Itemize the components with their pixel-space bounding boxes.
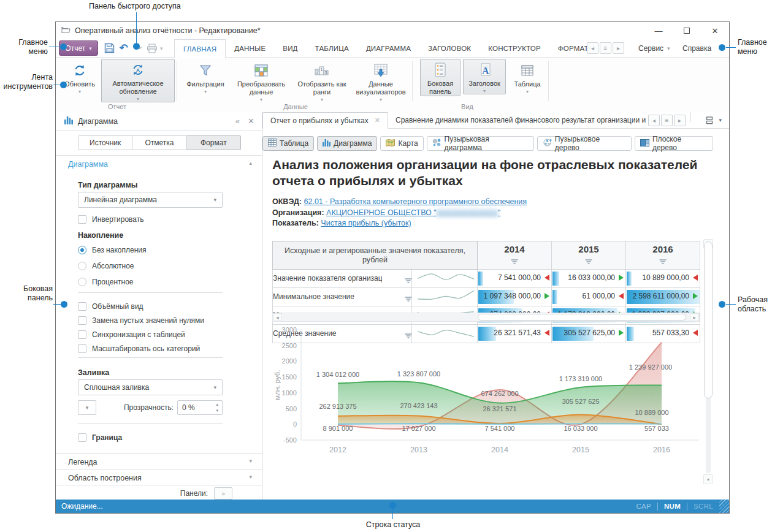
refresh-button[interactable]: Обновить ▾ bbox=[61, 59, 99, 95]
view-button-map-view[interactable]: Карта bbox=[380, 136, 423, 151]
vertical-scrollbar[interactable]: ▴ ▾ bbox=[703, 239, 713, 484]
document-tab-active[interactable]: Отчет о прибылях и убытках ✕ bbox=[262, 112, 388, 129]
chart-type-select[interactable]: Линейная диаграмма ▾ bbox=[78, 192, 223, 208]
view-button-flat-tree[interactable]: Плоское дерево bbox=[635, 136, 713, 151]
view-button-bubble-chart[interactable]: Пузырьковая диаграмма bbox=[427, 136, 534, 151]
fill-color-dropdown[interactable]: ▾ bbox=[78, 400, 96, 415]
visualizer-data-button[interactable]: Данные визуализаторов ▾ bbox=[353, 59, 409, 103]
sidebar-tab-1[interactable]: Источник bbox=[78, 135, 132, 150]
window-layout-button[interactable]: ▾ bbox=[705, 112, 729, 128]
maximize-button[interactable] bbox=[673, 22, 701, 39]
meta-link[interactable]: 62.01 - Разработка компьютерного програм… bbox=[304, 197, 527, 206]
section-chart[interactable]: Диаграмма ▴ bbox=[56, 155, 262, 169]
panels-expand-button[interactable]: » bbox=[214, 487, 232, 500]
transform-data-button[interactable]: Преобразовать данные ▾ bbox=[231, 59, 291, 103]
ribbon-tab-7[interactable]: КОНСТРУКТОР bbox=[480, 39, 549, 58]
ribbon-tab-4[interactable]: ТАБЛИЦА bbox=[307, 39, 357, 58]
meta-line: Организация: АКЦИОНЕРНОЕ ОБЩЕСТВО "ХХХХХ… bbox=[272, 208, 527, 219]
help-menu[interactable]: Справка bbox=[682, 39, 711, 58]
year-column-header[interactable]: 2016 bbox=[626, 241, 700, 270]
document-tab[interactable]: Сравнение динамики показателей финансово… bbox=[388, 112, 646, 128]
side-panel-button[interactable]: Боковая панель bbox=[420, 59, 461, 96]
nav-menu-icon[interactable]: ≡ bbox=[661, 115, 673, 126]
sidebar-tab-2[interactable]: Отметка bbox=[132, 135, 186, 150]
stacking-radio-row[interactable]: Без накопления bbox=[78, 245, 146, 256]
radio-button[interactable] bbox=[78, 246, 86, 254]
spin-down-icon[interactable]: ▾ bbox=[216, 409, 218, 412]
section-legend[interactable]: Легенда ▾ bbox=[56, 453, 262, 466]
year-column-header[interactable]: 2015 bbox=[552, 241, 626, 270]
chevron-down-icon: ▾ bbox=[204, 89, 207, 94]
undo-button[interactable]: ↶ bbox=[117, 41, 131, 55]
close-button[interactable]: ✕ bbox=[701, 22, 729, 39]
radio-button[interactable] bbox=[78, 278, 86, 286]
tab-close-icon[interactable]: ✕ bbox=[375, 116, 380, 124]
section-plot-area[interactable]: Область построения ▾ bbox=[56, 469, 262, 482]
auto-refresh-button[interactable]: A Автоматическое обновление ▾ bbox=[101, 59, 175, 102]
table-row[interactable]: Минимальное значение1 097 348 000,0061 0… bbox=[273, 288, 700, 306]
checkbox[interactable] bbox=[78, 316, 86, 325]
print-button[interactable] bbox=[145, 41, 159, 55]
cell-value: 1 097 348 000,00 bbox=[484, 292, 541, 300]
minimize-button[interactable]: — bbox=[644, 22, 673, 39]
sidebar-tab-3[interactable]: Формат bbox=[187, 135, 241, 150]
filter-button[interactable]: Фильтрация ▾ bbox=[183, 59, 227, 95]
stacking-radio-row[interactable]: Абсолютное bbox=[78, 260, 134, 272]
ribbon: Обновить ▾ A Автоматическое обновление ▾… bbox=[56, 58, 729, 112]
checkbox[interactable] bbox=[78, 344, 86, 353]
spin-up-icon[interactable]: ▴ bbox=[216, 403, 218, 406]
show-as-ranks-button[interactable]: 213 Отобразить как ранги ▾ bbox=[295, 59, 349, 103]
scroll-left-icon[interactable]: ◂ bbox=[273, 313, 282, 321]
year-column-header[interactable]: 2014 bbox=[478, 241, 552, 270]
nav-menu-icon[interactable]: ≡ bbox=[600, 42, 611, 54]
scroll-down-icon[interactable]: ▾ bbox=[703, 474, 713, 484]
border-checkbox-row[interactable]: Граница bbox=[78, 432, 122, 443]
close-panel-icon[interactable]: ✕ bbox=[248, 116, 254, 126]
ribbon-tab-2[interactable]: ДАННЫЕ bbox=[226, 39, 274, 58]
table-row[interactable]: Значение показателя организации7 541 000… bbox=[273, 270, 700, 288]
filter-icon[interactable] bbox=[405, 278, 411, 284]
ribbon-tab-5[interactable]: ДИАГРАММА bbox=[357, 39, 419, 58]
border-checkbox[interactable] bbox=[78, 433, 86, 442]
option-checkbox-row[interactable]: Замена пустых значений нулями bbox=[78, 315, 204, 326]
view-button-chart-view[interactable]: Диаграмма bbox=[317, 136, 377, 151]
filter-icon[interactable] bbox=[586, 259, 592, 265]
collapse-panel-icon[interactable]: « bbox=[235, 116, 240, 126]
scrollbar-thumb[interactable] bbox=[478, 314, 687, 321]
table-button[interactable]: Таблица ▾ bbox=[510, 59, 545, 95]
main-area: Диаграмма « ✕ ИсточникОтметкаФормат Диаг… bbox=[56, 112, 729, 500]
meta-link[interactable]: Чистая прибыль (убыток) bbox=[321, 219, 411, 227]
service-menu[interactable]: Сервис ▾ bbox=[638, 39, 670, 58]
meta-link[interactable]: АКЦИОНЕРНОЕ ОБЩЕСТВО "ХХХХХХХХХХХХ" bbox=[326, 208, 500, 217]
transparency-stepper[interactable]: 0 % ▴ ▾ bbox=[177, 400, 223, 415]
horizontal-scrollbar[interactable]: ◂ ▸ bbox=[272, 313, 700, 322]
filter-icon[interactable] bbox=[511, 259, 518, 265]
filter-icon[interactable] bbox=[405, 297, 411, 302]
svg-text:17 027 000: 17 027 000 bbox=[402, 425, 435, 432]
filter-icon[interactable] bbox=[660, 259, 667, 265]
ribbon-tab-3[interactable]: ВИД bbox=[274, 39, 306, 58]
option-checkbox-row[interactable]: Синхронизация с таблицей bbox=[78, 329, 185, 340]
resize-grip[interactable] bbox=[719, 500, 729, 513]
scrollbar-thumb[interactable] bbox=[704, 241, 713, 398]
nav-next-icon[interactable]: ▸ bbox=[613, 42, 624, 54]
ribbon-tab-1[interactable]: ГЛАВНАЯ bbox=[174, 39, 226, 58]
radio-button[interactable] bbox=[78, 262, 86, 270]
invert-checkbox[interactable] bbox=[78, 215, 86, 224]
ribbon-tab-6[interactable]: ЗАГОЛОВОК bbox=[419, 39, 480, 58]
nav-prev-icon[interactable]: ◂ bbox=[648, 115, 660, 126]
nav-next-icon[interactable]: ▸ bbox=[674, 115, 686, 126]
title-button[interactable]: A Заголовок ▾ bbox=[463, 59, 506, 94]
save-button[interactable] bbox=[102, 41, 117, 55]
fill-select[interactable]: Сплошная заливка ▾ bbox=[78, 379, 223, 395]
option-checkbox-row[interactable]: Объёмный вид bbox=[78, 301, 143, 312]
view-button-table-view[interactable]: Таблица bbox=[262, 136, 314, 151]
stacking-radio-row[interactable]: Процентное bbox=[78, 276, 133, 287]
checkbox[interactable] bbox=[78, 330, 86, 339]
nav-prev-icon[interactable]: ◂ bbox=[587, 42, 598, 54]
invert-checkbox-row[interactable]: Инвертировать bbox=[78, 214, 144, 225]
view-button-bubble-tree[interactable]: Пузырьковое дерево bbox=[537, 136, 632, 151]
option-checkbox-row[interactable]: Масштабировать ось категорий bbox=[78, 343, 200, 354]
checkbox[interactable] bbox=[78, 302, 86, 311]
scroll-right-icon[interactable]: ▸ bbox=[690, 313, 699, 321]
